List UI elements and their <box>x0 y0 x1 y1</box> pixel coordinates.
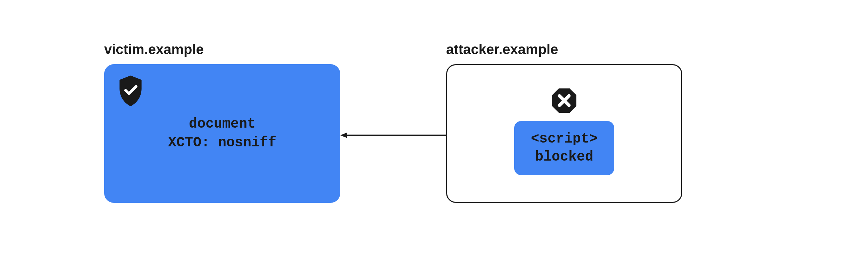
svg-marker-2 <box>340 132 347 138</box>
victim-content: document XCTO: nosniff <box>168 115 276 152</box>
victim-line2: XCTO: nosniff <box>168 134 276 152</box>
victim-box: document XCTO: nosniff <box>104 64 340 203</box>
diagram-canvas: victim.example attacker.example document… <box>0 0 868 257</box>
victim-label: victim.example <box>104 42 204 57</box>
attacker-box: <script> blocked <box>446 64 682 203</box>
blocked-icon <box>551 87 578 115</box>
shield-check-icon <box>117 75 144 108</box>
script-line2: blocked <box>531 148 598 166</box>
script-line1: <script> <box>531 130 598 148</box>
victim-line1: document <box>168 115 276 134</box>
arrow-left-icon <box>340 132 446 139</box>
attacker-label: attacker.example <box>446 42 558 57</box>
script-blocked-box: <script> blocked <box>514 121 614 175</box>
